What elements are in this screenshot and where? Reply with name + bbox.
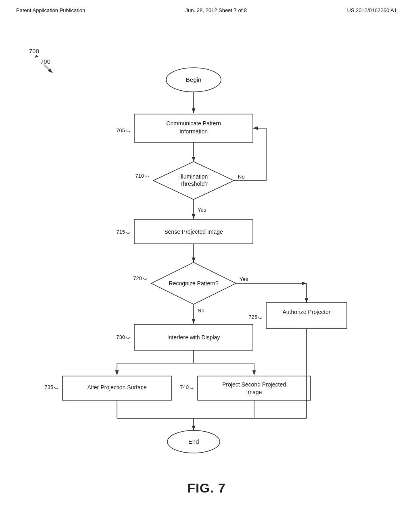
yes2-label: Yes bbox=[240, 276, 248, 282]
page-header: Patent Application Publication Jun. 28, … bbox=[0, 0, 413, 13]
label-725: 725 bbox=[248, 314, 257, 320]
alter-label: Alter Projection Surface bbox=[87, 384, 146, 391]
communicate-label-1: Communicate Pattern bbox=[166, 120, 221, 127]
label-715: 715 bbox=[116, 229, 125, 235]
no2-label: No bbox=[198, 308, 204, 314]
recognize-label: Recognize Pattern? bbox=[169, 280, 219, 287]
sense-label: Sense Projected Image bbox=[164, 229, 223, 235]
label-720: 720 bbox=[133, 275, 142, 281]
end-label: End bbox=[188, 438, 199, 445]
no-label: No bbox=[238, 174, 245, 180]
project-label-2: Image bbox=[246, 389, 262, 395]
label-740: 740 bbox=[180, 384, 189, 390]
label-735: 735 bbox=[44, 384, 53, 390]
illumination-label-2: Threshold? bbox=[179, 181, 208, 187]
project-label-1: Project Second Projected bbox=[222, 381, 286, 388]
label-730: 730 bbox=[116, 334, 125, 340]
flowchart-container: Begin Communicate Pattern Information 70… bbox=[0, 13, 413, 477]
illumination-label-1: Illumination bbox=[179, 173, 208, 180]
begin-label: Begin bbox=[186, 76, 201, 83]
label-710: 710 bbox=[135, 173, 144, 179]
svg-line-30 bbox=[44, 65, 52, 73]
header-right: US 2012/0162260 A1 bbox=[347, 7, 397, 13]
header-left: Patent Application Publication bbox=[16, 7, 85, 13]
label-705: 705 bbox=[116, 127, 125, 133]
yes-label: Yes bbox=[198, 207, 206, 213]
interfere-label: Interfere with Display bbox=[167, 334, 220, 341]
communicate-label-2: Information bbox=[179, 128, 208, 135]
authorize-label: Authorize Projector bbox=[282, 309, 330, 315]
svg-rect-11 bbox=[266, 303, 347, 328]
flowchart-svg: Begin Communicate Pattern Information 70… bbox=[0, 13, 413, 477]
diagram-700-label: 700 bbox=[40, 58, 50, 65]
figure-label: FIG. 7 bbox=[0, 481, 413, 496]
svg-rect-21 bbox=[198, 376, 311, 400]
header-middle: Jun. 28, 2012 Sheet 7 of 8 bbox=[186, 7, 247, 13]
